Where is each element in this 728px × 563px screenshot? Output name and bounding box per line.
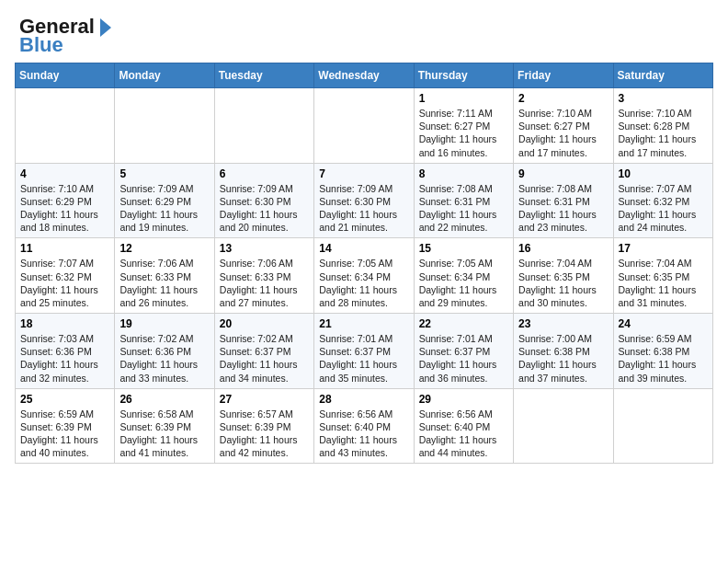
calendar-cell: 15Sunrise: 7:05 AM Sunset: 6:34 PM Dayli…: [414, 238, 513, 314]
calendar-cell: 7Sunrise: 7:09 AM Sunset: 6:30 PM Daylig…: [314, 163, 414, 238]
calendar-week-row: 18Sunrise: 7:03 AM Sunset: 6:36 PM Dayli…: [16, 314, 713, 389]
calendar-cell: 1Sunrise: 7:11 AM Sunset: 6:27 PM Daylig…: [414, 88, 513, 164]
calendar-cell: 12Sunrise: 7:06 AM Sunset: 6:33 PM Dayli…: [115, 238, 214, 314]
page-header: General Blue: [15, 15, 713, 55]
day-number: 15: [419, 242, 508, 255]
day-info: Sunrise: 7:09 AM Sunset: 6:30 PM Dayligh…: [319, 182, 408, 235]
calendar-cell: 21Sunrise: 7:01 AM Sunset: 6:37 PM Dayli…: [314, 314, 414, 389]
day-info: Sunrise: 7:05 AM Sunset: 6:34 PM Dayligh…: [419, 257, 508, 309]
calendar-cell: 23Sunrise: 7:00 AM Sunset: 6:38 PM Dayli…: [514, 314, 613, 389]
day-number: 19: [119, 317, 209, 330]
weekday-header: Sunday: [16, 63, 115, 88]
day-number: 4: [20, 167, 109, 180]
day-info: Sunrise: 7:01 AM Sunset: 6:37 PM Dayligh…: [319, 332, 408, 385]
day-info: Sunrise: 7:09 AM Sunset: 6:29 PM Dayligh…: [119, 182, 209, 235]
day-number: 6: [220, 167, 309, 180]
day-info: Sunrise: 7:04 AM Sunset: 6:35 PM Dayligh…: [619, 257, 708, 309]
day-info: Sunrise: 7:06 AM Sunset: 6:33 PM Dayligh…: [220, 257, 309, 309]
day-info: Sunrise: 7:09 AM Sunset: 6:30 PM Dayligh…: [220, 182, 309, 235]
day-info: Sunrise: 7:05 AM Sunset: 6:34 PM Dayligh…: [319, 257, 408, 309]
day-number: 11: [20, 242, 109, 255]
weekday-header: Tuesday: [214, 63, 313, 88]
calendar-week-row: 4Sunrise: 7:10 AM Sunset: 6:29 PM Daylig…: [16, 163, 713, 238]
calendar-cell: 11Sunrise: 7:07 AM Sunset: 6:32 PM Dayli…: [16, 238, 115, 314]
calendar-cell: 22Sunrise: 7:01 AM Sunset: 6:37 PM Dayli…: [414, 314, 513, 389]
calendar-cell: 16Sunrise: 7:04 AM Sunset: 6:35 PM Dayli…: [514, 238, 613, 314]
calendar-cell: [314, 88, 414, 164]
day-number: 2: [518, 92, 608, 105]
day-info: Sunrise: 6:59 AM Sunset: 6:39 PM Dayligh…: [20, 408, 109, 460]
day-number: 17: [619, 242, 708, 255]
calendar-cell: [115, 88, 214, 164]
day-number: 26: [119, 393, 209, 406]
calendar-cell: 28Sunrise: 6:56 AM Sunset: 6:40 PM Dayli…: [314, 388, 414, 464]
calendar-cell: 24Sunrise: 6:59 AM Sunset: 6:38 PM Dayli…: [613, 314, 712, 389]
day-info: Sunrise: 7:08 AM Sunset: 6:31 PM Dayligh…: [518, 182, 608, 235]
calendar-cell: 8Sunrise: 7:08 AM Sunset: 6:31 PM Daylig…: [414, 163, 513, 238]
calendar-cell: [214, 88, 313, 164]
day-info: Sunrise: 7:00 AM Sunset: 6:38 PM Dayligh…: [518, 332, 608, 385]
day-number: 9: [518, 167, 608, 180]
calendar-cell: 2Sunrise: 7:10 AM Sunset: 6:27 PM Daylig…: [514, 88, 613, 164]
day-info: Sunrise: 7:03 AM Sunset: 6:36 PM Dayligh…: [20, 332, 109, 385]
calendar-cell: 19Sunrise: 7:02 AM Sunset: 6:36 PM Dayli…: [115, 314, 214, 389]
calendar-cell: 13Sunrise: 7:06 AM Sunset: 6:33 PM Dayli…: [214, 238, 313, 314]
day-info: Sunrise: 6:57 AM Sunset: 6:39 PM Dayligh…: [220, 408, 309, 460]
weekday-header: Thursday: [414, 63, 513, 88]
calendar-cell: 29Sunrise: 6:56 AM Sunset: 6:40 PM Dayli…: [414, 388, 513, 464]
day-number: 10: [619, 167, 708, 180]
day-number: 24: [619, 317, 708, 330]
day-number: 1: [419, 92, 508, 105]
calendar-cell: 17Sunrise: 7:04 AM Sunset: 6:35 PM Dayli…: [613, 238, 712, 314]
day-info: Sunrise: 7:04 AM Sunset: 6:35 PM Dayligh…: [518, 257, 608, 309]
day-info: Sunrise: 6:56 AM Sunset: 6:40 PM Dayligh…: [319, 408, 408, 460]
day-number: 3: [619, 92, 708, 105]
calendar-cell: 18Sunrise: 7:03 AM Sunset: 6:36 PM Dayli…: [16, 314, 115, 389]
calendar-cell: 14Sunrise: 7:05 AM Sunset: 6:34 PM Dayli…: [314, 238, 414, 314]
day-number: 8: [419, 167, 508, 180]
day-number: 22: [419, 317, 508, 330]
day-number: 7: [319, 167, 408, 180]
calendar-week-row: 1Sunrise: 7:11 AM Sunset: 6:27 PM Daylig…: [16, 88, 713, 164]
weekday-header-row: SundayMondayTuesdayWednesdayThursdayFrid…: [16, 63, 713, 88]
day-info: Sunrise: 7:07 AM Sunset: 6:32 PM Dayligh…: [619, 182, 708, 235]
day-info: Sunrise: 7:01 AM Sunset: 6:37 PM Dayligh…: [419, 332, 508, 385]
day-number: 16: [518, 242, 608, 255]
day-info: Sunrise: 7:06 AM Sunset: 6:33 PM Dayligh…: [119, 257, 209, 309]
calendar-cell: 4Sunrise: 7:10 AM Sunset: 6:29 PM Daylig…: [16, 163, 115, 238]
weekday-header: Wednesday: [314, 63, 414, 88]
svg-marker-2: [100, 18, 111, 37]
calendar-table: SundayMondayTuesdayWednesdayThursdayFrid…: [15, 63, 713, 464]
calendar-cell: [613, 388, 712, 464]
day-number: 12: [119, 242, 209, 255]
day-info: Sunrise: 7:08 AM Sunset: 6:31 PM Dayligh…: [419, 182, 508, 235]
logo: General Blue: [15, 15, 116, 55]
day-info: Sunrise: 7:07 AM Sunset: 6:32 PM Dayligh…: [20, 257, 109, 309]
calendar-cell: [514, 388, 613, 464]
day-number: 18: [20, 317, 109, 330]
weekday-header: Friday: [514, 63, 613, 88]
calendar-cell: 10Sunrise: 7:07 AM Sunset: 6:32 PM Dayli…: [613, 163, 712, 238]
day-number: 20: [220, 317, 309, 330]
day-info: Sunrise: 7:02 AM Sunset: 6:37 PM Dayligh…: [220, 332, 309, 385]
calendar-cell: 20Sunrise: 7:02 AM Sunset: 6:37 PM Dayli…: [214, 314, 313, 389]
calendar-cell: [16, 88, 115, 164]
calendar-cell: 3Sunrise: 7:10 AM Sunset: 6:28 PM Daylig…: [613, 88, 712, 164]
calendar-week-row: 25Sunrise: 6:59 AM Sunset: 6:39 PM Dayli…: [16, 388, 713, 464]
day-number: 28: [319, 393, 408, 406]
day-info: Sunrise: 6:58 AM Sunset: 6:39 PM Dayligh…: [119, 408, 209, 460]
calendar-cell: 26Sunrise: 6:58 AM Sunset: 6:39 PM Dayli…: [115, 388, 214, 464]
svg-text:Blue: Blue: [19, 33, 63, 55]
logo-svg: General Blue: [15, 15, 116, 55]
day-number: 14: [319, 242, 408, 255]
day-info: Sunrise: 6:56 AM Sunset: 6:40 PM Dayligh…: [419, 408, 508, 460]
day-info: Sunrise: 7:10 AM Sunset: 6:28 PM Dayligh…: [619, 107, 708, 159]
calendar-cell: 9Sunrise: 7:08 AM Sunset: 6:31 PM Daylig…: [514, 163, 613, 238]
calendar-cell: 5Sunrise: 7:09 AM Sunset: 6:29 PM Daylig…: [115, 163, 214, 238]
day-info: Sunrise: 7:11 AM Sunset: 6:27 PM Dayligh…: [419, 107, 508, 159]
calendar-cell: 6Sunrise: 7:09 AM Sunset: 6:30 PM Daylig…: [214, 163, 313, 238]
day-number: 23: [518, 317, 608, 330]
day-number: 21: [319, 317, 408, 330]
calendar-cell: 25Sunrise: 6:59 AM Sunset: 6:39 PM Dayli…: [16, 388, 115, 464]
day-number: 29: [419, 393, 508, 406]
